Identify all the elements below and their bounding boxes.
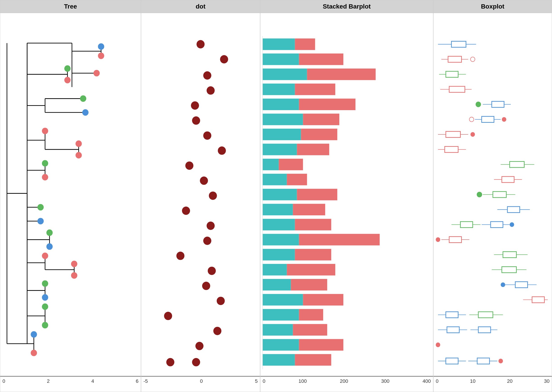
svg-rect-110 bbox=[263, 219, 295, 230]
svg-point-49 bbox=[71, 261, 77, 267]
tree-title: Tree bbox=[0, 0, 141, 13]
svg-rect-113 bbox=[299, 234, 380, 245]
svg-rect-198 bbox=[446, 312, 458, 318]
svg-point-79 bbox=[202, 282, 210, 290]
boxplot-x-axis: 0 10 20 30 bbox=[433, 376, 552, 392]
svg-rect-87 bbox=[295, 38, 315, 50]
svg-rect-146 bbox=[492, 101, 504, 107]
tree-panel: Tree bbox=[0, 0, 141, 392]
boxplot-panel: Boxplot bbox=[433, 0, 552, 392]
svg-point-65 bbox=[203, 71, 211, 80]
svg-rect-108 bbox=[263, 204, 293, 215]
svg-point-23 bbox=[82, 109, 89, 116]
svg-rect-129 bbox=[295, 354, 332, 365]
svg-point-50 bbox=[71, 272, 77, 279]
svg-rect-185 bbox=[503, 252, 517, 258]
dot-title: dot bbox=[141, 0, 260, 13]
main-container: Tree bbox=[0, 0, 552, 392]
svg-point-77 bbox=[176, 252, 184, 260]
svg-point-54 bbox=[42, 294, 48, 301]
svg-point-66 bbox=[207, 86, 215, 95]
svg-point-85 bbox=[166, 358, 175, 366]
svg-point-58 bbox=[42, 322, 48, 328]
dot-panel: dot bbox=[141, 0, 260, 392]
svg-point-83 bbox=[195, 342, 204, 350]
svg-point-46 bbox=[42, 253, 48, 259]
svg-point-78 bbox=[208, 266, 216, 275]
svg-rect-150 bbox=[482, 116, 494, 123]
svg-rect-93 bbox=[295, 84, 335, 95]
svg-point-39 bbox=[37, 218, 44, 224]
svg-point-84 bbox=[192, 358, 200, 366]
svg-rect-174 bbox=[460, 222, 473, 228]
svg-point-80 bbox=[217, 297, 225, 305]
svg-rect-107 bbox=[297, 189, 338, 200]
barplot-panel: Stacked Barplot bbox=[260, 0, 433, 392]
barplot-body bbox=[260, 13, 433, 376]
svg-rect-171 bbox=[508, 207, 520, 213]
boxplot-title: Boxplot bbox=[433, 0, 552, 13]
svg-rect-89 bbox=[299, 54, 343, 65]
svg-rect-112 bbox=[263, 234, 299, 245]
svg-point-34 bbox=[42, 174, 48, 181]
svg-rect-158 bbox=[445, 147, 458, 153]
svg-point-166 bbox=[477, 192, 482, 197]
svg-point-180 bbox=[436, 237, 440, 242]
svg-rect-207 bbox=[478, 327, 491, 333]
svg-point-76 bbox=[203, 237, 211, 245]
svg-point-72 bbox=[200, 176, 208, 185]
dot-x-labels: -5 0 5 bbox=[141, 377, 260, 384]
svg-point-16 bbox=[64, 65, 71, 72]
barplot-x-axis: 0 100 200 300 400 bbox=[260, 376, 433, 392]
svg-point-33 bbox=[42, 160, 48, 167]
svg-point-42 bbox=[46, 230, 53, 236]
svg-point-61 bbox=[31, 331, 37, 338]
svg-rect-164 bbox=[502, 176, 514, 182]
svg-point-26 bbox=[42, 128, 48, 134]
svg-rect-128 bbox=[263, 354, 295, 365]
svg-point-17 bbox=[64, 77, 71, 83]
svg-point-152 bbox=[502, 117, 506, 122]
svg-rect-95 bbox=[299, 99, 355, 110]
svg-rect-115 bbox=[295, 249, 332, 260]
svg-point-30 bbox=[76, 152, 82, 158]
svg-rect-117 bbox=[287, 264, 335, 275]
svg-point-64 bbox=[220, 55, 228, 63]
svg-rect-177 bbox=[491, 222, 503, 228]
svg-rect-99 bbox=[301, 129, 338, 140]
barplot-x-labels: 0 100 200 300 400 bbox=[260, 377, 433, 384]
svg-rect-109 bbox=[293, 204, 325, 215]
svg-rect-106 bbox=[263, 189, 297, 200]
svg-rect-139 bbox=[446, 71, 458, 77]
svg-point-81 bbox=[164, 312, 172, 320]
svg-rect-97 bbox=[303, 113, 340, 125]
boxplot-x-labels: 0 10 20 30 bbox=[433, 377, 552, 384]
svg-rect-94 bbox=[263, 99, 299, 110]
svg-point-9 bbox=[98, 53, 104, 59]
svg-rect-101 bbox=[297, 144, 329, 155]
svg-point-67 bbox=[191, 101, 199, 110]
svg-rect-123 bbox=[299, 309, 323, 321]
svg-point-69 bbox=[203, 132, 211, 140]
svg-rect-111 bbox=[295, 219, 332, 230]
tree-body bbox=[0, 13, 141, 376]
svg-point-63 bbox=[197, 40, 205, 48]
svg-rect-121 bbox=[303, 294, 344, 305]
svg-point-216 bbox=[498, 359, 503, 364]
tree-x-labels: 0 2 4 6 bbox=[0, 377, 141, 384]
svg-point-37 bbox=[37, 204, 44, 211]
svg-rect-168 bbox=[493, 191, 506, 198]
svg-rect-124 bbox=[263, 324, 293, 336]
svg-rect-126 bbox=[263, 339, 299, 350]
svg-point-74 bbox=[182, 207, 190, 215]
svg-point-22 bbox=[80, 95, 86, 102]
boxplot-body bbox=[433, 13, 552, 376]
svg-rect-122 bbox=[263, 309, 299, 321]
svg-rect-195 bbox=[532, 297, 544, 303]
dot-svg bbox=[141, 13, 260, 376]
svg-rect-132 bbox=[452, 41, 466, 47]
svg-rect-98 bbox=[263, 129, 301, 140]
svg-rect-92 bbox=[263, 84, 295, 95]
svg-rect-135 bbox=[448, 56, 462, 62]
barplot-title: Stacked Barplot bbox=[260, 0, 433, 13]
